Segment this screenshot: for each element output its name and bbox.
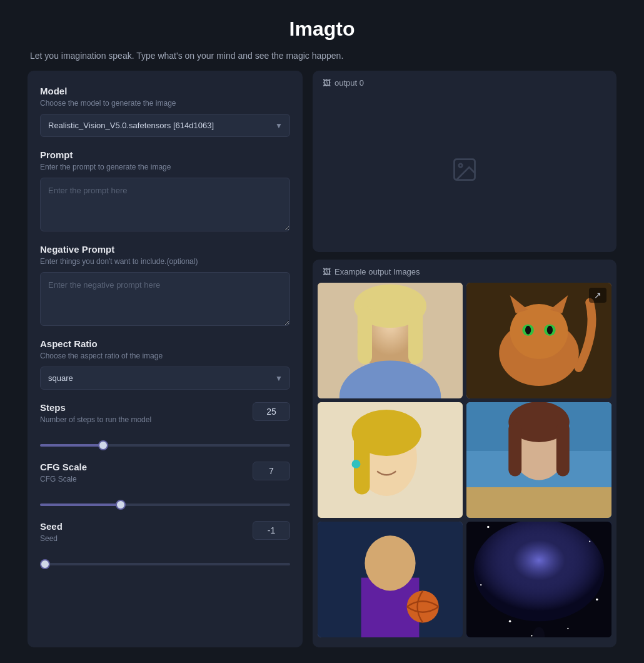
- example-image-woman-1: [318, 283, 463, 398]
- right-panel: 🖼 output 0 🖼 Example output Images: [313, 71, 616, 647]
- output-badge-label: output 0: [335, 78, 364, 88]
- aspect-ratio-description: Choose the aspect ratio of the image: [40, 352, 290, 360]
- output-image-placeholder: [313, 93, 616, 252]
- cfg-scale-value: 7: [253, 462, 290, 480]
- steps-slider[interactable]: [40, 444, 290, 447]
- seed-slider[interactable]: [40, 563, 290, 565]
- negative-prompt-input[interactable]: [40, 272, 290, 326]
- steps-value: 25: [253, 402, 290, 421]
- steps-label: Steps: [40, 402, 151, 413]
- svg-point-1: [459, 164, 463, 168]
- app-subtitle: Let you imagination speak. Type what's o…: [30, 51, 343, 61]
- svg-point-21: [352, 460, 361, 468]
- app-title: Imagto: [13, 18, 631, 41]
- negative-prompt-label: Negative Prompt: [40, 244, 290, 255]
- output-badge: 🖼 output 0: [313, 71, 616, 93]
- svg-point-35: [487, 526, 489, 528]
- prompt-section: Prompt Enter the prompt to generate the …: [40, 149, 290, 231]
- examples-badge-label: Example output Images: [335, 267, 420, 276]
- prompt-description: Enter the prompt to generate the image: [40, 163, 290, 171]
- seed-slider-container: [40, 557, 290, 568]
- seed-label: Seed: [40, 521, 63, 532]
- aspect-ratio-select-wrapper: square portrait landscape ▼: [40, 367, 290, 390]
- svg-point-34: [474, 522, 605, 621]
- seed-value: -1: [253, 521, 290, 540]
- examples-panel: 🖼 Example output Images: [313, 260, 616, 647]
- svg-point-37: [509, 620, 511, 622]
- example-image-galaxy: [466, 522, 611, 637]
- svg-rect-6: [358, 306, 372, 364]
- left-panel: Model Choose the model to generate the i…: [28, 71, 303, 647]
- aspect-ratio-select[interactable]: square portrait landscape: [40, 367, 290, 390]
- cfg-scale-section: CFG Scale CFG Scale 7: [40, 462, 290, 509]
- cat-share-button[interactable]: ↗: [589, 288, 606, 303]
- svg-point-38: [567, 628, 568, 629]
- seed-section: Seed Seed -1: [40, 521, 290, 568]
- aspect-ratio-label: Aspect Ratio: [40, 338, 290, 349]
- svg-point-31: [365, 535, 415, 590]
- cfg-scale-label: CFG Scale: [40, 462, 87, 472]
- svg-rect-7: [408, 306, 423, 364]
- cfg-scale-slider[interactable]: [40, 504, 290, 506]
- svg-point-32: [407, 590, 439, 622]
- examples-badge: 🖼 Example output Images: [313, 260, 616, 283]
- steps-section: Steps Number of steps to run the model 2…: [40, 402, 290, 449]
- model-select[interactable]: Realistic_Vision_V5.0.safetensors [614d1…: [40, 114, 290, 137]
- svg-point-39: [480, 584, 481, 585]
- example-image-woman-3: [466, 402, 611, 518]
- example-image-cat: ↗: [466, 283, 611, 398]
- output-placeholder-icon: [451, 156, 478, 189]
- example-image-woman-2: [318, 402, 463, 518]
- model-description: Choose the model to generate the image: [40, 99, 290, 108]
- negative-prompt-description: Enter things you don't want to include.(…: [40, 257, 290, 266]
- prompt-input[interactable]: [40, 178, 290, 231]
- aspect-ratio-section: Aspect Ratio Choose the aspect ratio of …: [40, 338, 290, 390]
- model-section: Model Choose the model to generate the i…: [40, 86, 290, 137]
- cfg-scale-slider-container: [40, 497, 290, 509]
- svg-point-36: [589, 540, 590, 542]
- steps-slider-container: [40, 438, 290, 449]
- examples-grid: ↗: [313, 283, 616, 642]
- examples-badge-image-icon: 🖼: [323, 267, 331, 276]
- output-panel: 🖼 output 0: [313, 71, 616, 252]
- svg-rect-28: [556, 422, 570, 477]
- svg-point-15: [525, 326, 531, 335]
- cfg-scale-description: CFG Scale: [40, 475, 87, 483]
- model-label: Model: [40, 86, 290, 96]
- negative-prompt-section: Negative Prompt Enter things you don't w…: [40, 244, 290, 326]
- svg-rect-27: [508, 422, 521, 477]
- svg-point-16: [547, 326, 553, 335]
- steps-description: Number of steps to run the model: [40, 415, 151, 424]
- model-select-wrapper: Realistic_Vision_V5.0.safetensors [614d1…: [40, 114, 290, 137]
- output-badge-image-icon: 🖼: [323, 78, 331, 88]
- seed-description: Seed: [40, 534, 63, 543]
- svg-point-41: [531, 635, 532, 636]
- prompt-label: Prompt: [40, 149, 290, 160]
- svg-point-40: [596, 599, 598, 600]
- example-image-basketball: [318, 522, 463, 637]
